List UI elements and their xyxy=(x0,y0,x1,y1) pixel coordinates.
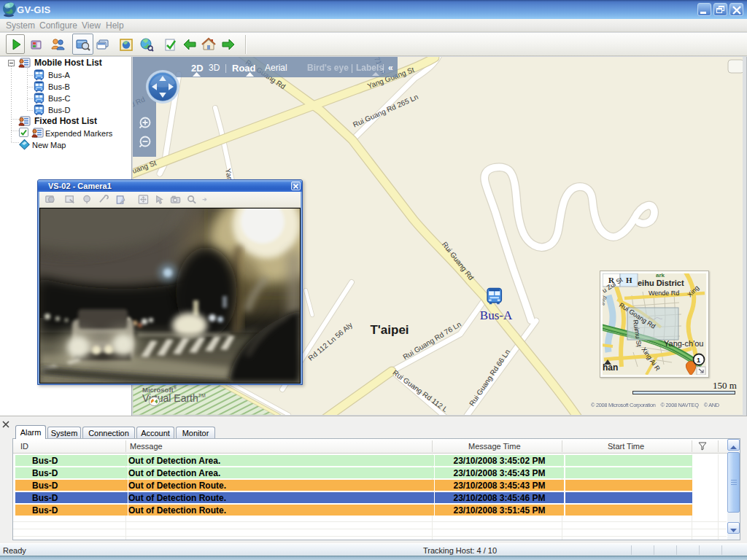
svg-text:eihu District: eihu District xyxy=(638,279,684,287)
svg-text:H: H xyxy=(626,276,632,284)
svg-text:1: 1 xyxy=(697,357,700,364)
svg-text:ark: ark xyxy=(656,273,665,279)
svg-text:Wende Rd: Wende Rd xyxy=(649,289,679,297)
svg-text:Bus-A: Bus-A xyxy=(480,308,513,322)
svg-text:T'aipei: T'aipei xyxy=(370,323,409,337)
svg-text:Yang-ch'ou: Yang-ch'ou xyxy=(664,339,704,348)
